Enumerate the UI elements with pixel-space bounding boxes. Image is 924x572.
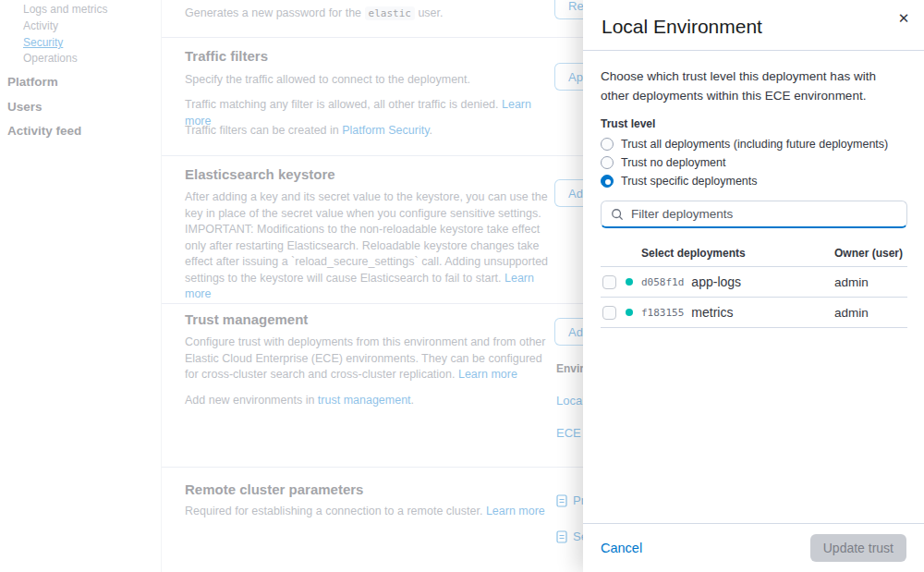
radio-trust-no-deployment[interactable]: Trust no deployment [601, 156, 907, 169]
flyout-description: Choose which trust level this deployment… [601, 67, 907, 105]
radio-label: Trust specific deployments [621, 175, 758, 188]
search-input[interactable] [631, 207, 897, 221]
flyout-body: Choose which trust level this deployment… [583, 51, 924, 328]
flyout-footer: Cancel Update trust [583, 523, 924, 572]
cancel-button[interactable]: Cancel [601, 541, 642, 555]
row-checkbox[interactable] [602, 306, 616, 320]
row-checkbox[interactable] [602, 275, 616, 289]
deployment-id: d058f1d [641, 276, 684, 288]
radio-label: Trust all deployments (including future … [621, 138, 888, 151]
flyout-title: Local Environment [602, 16, 906, 38]
radio-icon [601, 138, 614, 151]
local-environment-flyout: Local Environment ✕ Choose which trust l… [583, 0, 924, 572]
update-trust-button[interactable]: Update trust [810, 534, 906, 562]
radio-trust-all-deployments[interactable]: Trust all deployments (including future … [601, 138, 907, 151]
close-icon[interactable]: ✕ [893, 7, 915, 30]
column-owner-user: Owner (user) [834, 247, 903, 260]
deployment-name[interactable]: metrics [691, 305, 733, 320]
radio-icon [601, 156, 614, 169]
radio-trust-specific-deployments[interactable]: Trust specific deployments [601, 175, 907, 188]
deployment-id: f183155 [641, 307, 684, 319]
deployment-name[interactable]: app-logs [691, 274, 741, 289]
table-row-app-logs: d058f1d app-logs admin [601, 267, 907, 298]
column-select-deployments: Select deployments [641, 247, 746, 260]
health-dot-icon [626, 278, 633, 286]
table-header-row: Select deployments Owner (user) [601, 239, 907, 267]
page: Logs and metrics Activity Security Opera… [0, 0, 924, 572]
health-dot-icon [626, 309, 633, 316]
table-row-metrics: f183155 metrics admin [601, 298, 907, 328]
trust-level-label: Trust level [601, 117, 907, 130]
radio-label: Trust no deployment [621, 156, 725, 169]
radio-icon-selected [601, 175, 614, 188]
search-icon [611, 208, 624, 221]
deployment-owner: admin [834, 275, 869, 289]
deployment-search-box [601, 201, 907, 228]
deployment-owner: admin [834, 306, 869, 320]
flyout-header: Local Environment ✕ [583, 0, 924, 51]
